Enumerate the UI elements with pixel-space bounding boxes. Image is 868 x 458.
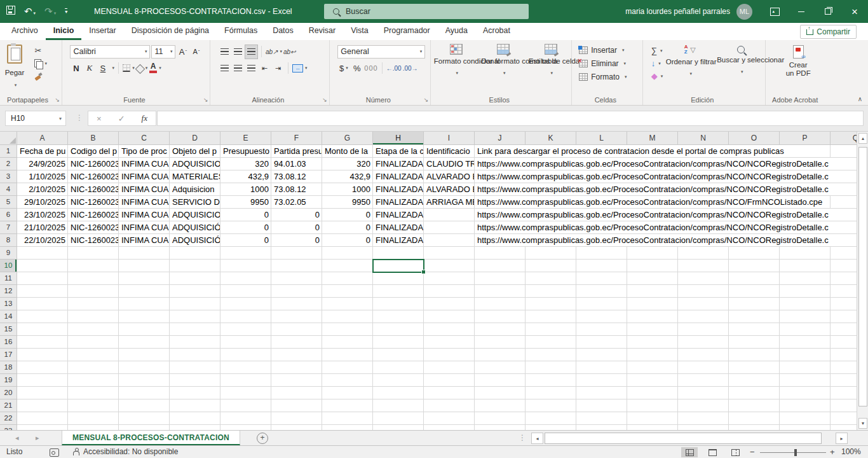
clear-button[interactable]: ◆▾	[651, 71, 663, 81]
cell-E3[interactable]: 432,9	[221, 170, 271, 183]
tab-revisar[interactable]: Revisar	[301, 23, 343, 40]
cell-G6[interactable]: 0	[323, 209, 372, 221]
zoom-slider-track[interactable]	[760, 452, 826, 453]
sheet-tab[interactable]: MENSUAL 8-PROCESOS-CONTRATACION	[62, 431, 240, 445]
cell-I1[interactable]: Identificacio	[424, 145, 474, 157]
save-button[interactable]	[6, 6, 15, 17]
tab-formulas[interactable]: Fórmulas	[217, 23, 265, 40]
cell-J1[interactable]: Link para descargar el proceso de contra…	[475, 145, 788, 157]
autosum-button[interactable]: ∑▾	[651, 45, 663, 56]
cell-H6[interactable]: FINALIZADA	[374, 209, 423, 221]
font-color-button[interactable]: A▾	[149, 62, 161, 75]
row-header-5[interactable]: 5	[0, 196, 17, 209]
align-right-button[interactable]	[245, 62, 257, 75]
tab-archivo[interactable]: Archivo	[4, 23, 46, 40]
copy-button[interactable]: ▾	[34, 58, 47, 69]
shrink-font-button[interactable]: Aˇ	[190, 45, 202, 59]
scroll-down-button[interactable]: ▾	[858, 418, 867, 429]
merge-center-button[interactable]: ↔▾	[292, 62, 308, 75]
align-left-button[interactable]	[219, 62, 231, 75]
dialog-launcher-icon[interactable]: ↘	[55, 97, 60, 103]
cell-D7[interactable]: ADQUISICIÓ	[170, 221, 220, 233]
name-box[interactable]: H10 ▾	[5, 111, 66, 126]
collapse-ribbon-button[interactable]: ∧	[858, 95, 862, 102]
restore-button[interactable]	[815, 0, 841, 23]
row-header-4[interactable]: 4	[0, 183, 17, 196]
cell-A1[interactable]: Fecha de pu	[18, 145, 67, 157]
cell-H3[interactable]: FINALIZADA	[374, 170, 423, 183]
currency-button[interactable]: $▾	[337, 62, 349, 75]
cell-B1[interactable]: Codigo del p	[69, 145, 118, 157]
chevron-down-icon[interactable]: ▾	[112, 66, 114, 71]
cell-D4[interactable]: Adquisicion	[170, 183, 220, 195]
column-header-K[interactable]: K	[526, 132, 576, 145]
cell-styles-button[interactable]: Estilos de celda▾	[529, 43, 573, 77]
column-header-C[interactable]: C	[119, 132, 170, 145]
sort-filter-button[interactable]: AZ▽ Ordenar y filtrar▾	[666, 43, 714, 78]
enter-button[interactable]: ✓	[118, 114, 125, 123]
previous-sheet-button[interactable]: ◂	[15, 434, 19, 442]
create-pdf-button[interactable]: Crear un PDF	[768, 43, 828, 78]
tab-insertar[interactable]: Insertar	[81, 23, 123, 40]
increase-decimal-button[interactable]: ←.00	[386, 62, 402, 75]
percent-button[interactable]: %	[351, 62, 363, 75]
cancel-button[interactable]: ×	[97, 114, 102, 123]
thousands-button[interactable]: 000	[364, 62, 377, 75]
spreadsheet-grid[interactable]: Fecha de puCodigo del pTipo de procObjet…	[0, 132, 857, 430]
scroll-left-button[interactable]: ◂	[531, 433, 543, 444]
cell-J8[interactable]: https://www.compraspublicas.gob.ec/Proce…	[475, 234, 832, 246]
cell-E6[interactable]: 0	[221, 209, 271, 221]
cell-B4[interactable]: NIC-1260023	[69, 183, 118, 195]
cell-H7[interactable]: FINALIZADA	[374, 221, 423, 233]
row-header-22[interactable]: 22	[0, 412, 17, 425]
cell-G1[interactable]: Monto de la	[323, 145, 372, 157]
wrap-text-button[interactable]: ab↩	[283, 45, 296, 59]
cell-I4[interactable]: ALVARADO E	[424, 183, 474, 195]
accessibility-status[interactable]: Accesibilidad: No disponible	[83, 447, 178, 456]
cell-D2[interactable]: ADQUISICIO	[170, 158, 220, 170]
tab-ayuda[interactable]: Ayuda	[438, 23, 475, 40]
cell-C7[interactable]: INFIMA CUA	[119, 221, 169, 233]
row-header-10[interactable]: 10	[0, 260, 17, 272]
row-header-14[interactable]: 14	[0, 310, 17, 323]
fill-button[interactable]: ↓▾	[651, 58, 663, 69]
fill-color-button[interactable]: ▾	[136, 62, 148, 75]
column-header-E[interactable]: E	[220, 132, 271, 145]
format-as-table-button[interactable]: Dar formato como tabla▾	[481, 43, 526, 77]
column-header-D[interactable]: D	[170, 132, 220, 145]
row-header-1[interactable]: 1	[0, 145, 17, 158]
format-cells-button[interactable]: Formato▾	[574, 70, 642, 83]
cell-F1[interactable]: Partida presu	[272, 145, 322, 157]
column-header-G[interactable]: G	[322, 132, 373, 145]
cell-B6[interactable]: NIC-1260023	[69, 209, 118, 221]
tab-disposicion[interactable]: Disposición de página	[124, 23, 217, 40]
row-header-15[interactable]: 15	[0, 323, 17, 336]
cell-J2[interactable]: https://www.compraspublicas.gob.ec/Proce…	[475, 158, 832, 170]
row-header-17[interactable]: 17	[0, 349, 17, 361]
row-header-21[interactable]: 21	[0, 399, 17, 412]
decrease-indent-button[interactable]: ⇤	[259, 62, 271, 75]
user-name[interactable]: maria lourdes peñafiel parrales	[625, 7, 730, 16]
formula-input[interactable]	[157, 111, 864, 126]
column-header-Q[interactable]: Q	[831, 132, 857, 145]
cell-C1[interactable]: Tipo de proc	[119, 145, 169, 157]
cell-F8[interactable]: 0	[272, 234, 322, 246]
row-header-3[interactable]: 3	[0, 170, 17, 183]
font-name-select[interactable]: Calibri▾	[70, 45, 150, 59]
cell-D3[interactable]: MATERIALES	[170, 170, 220, 183]
page-layout-view-button[interactable]	[704, 447, 721, 457]
dialog-launcher-icon[interactable]: ↘	[203, 97, 208, 103]
find-select-button[interactable]: Buscar y seleccionar▾	[717, 43, 765, 76]
cell-A7[interactable]: 21/10/2025	[18, 221, 67, 233]
cell-J6[interactable]: https://www.compraspublicas.gob.ec/Proce…	[475, 209, 832, 221]
cell-H8[interactable]: FINALIZADA	[374, 234, 423, 246]
minimize-button[interactable]	[788, 0, 815, 23]
column-header-L[interactable]: L	[576, 132, 627, 145]
column-header-B[interactable]: B	[68, 132, 119, 145]
cut-button[interactable]: ✂	[34, 45, 47, 56]
fill-handle[interactable]	[421, 270, 426, 274]
row-header-19[interactable]: 19	[0, 374, 17, 387]
normal-view-button[interactable]	[681, 447, 698, 457]
paste-button[interactable]: Pegar ▾	[0, 43, 29, 89]
cell-J7[interactable]: https://www.compraspublicas.gob.ec/Proce…	[475, 221, 832, 233]
